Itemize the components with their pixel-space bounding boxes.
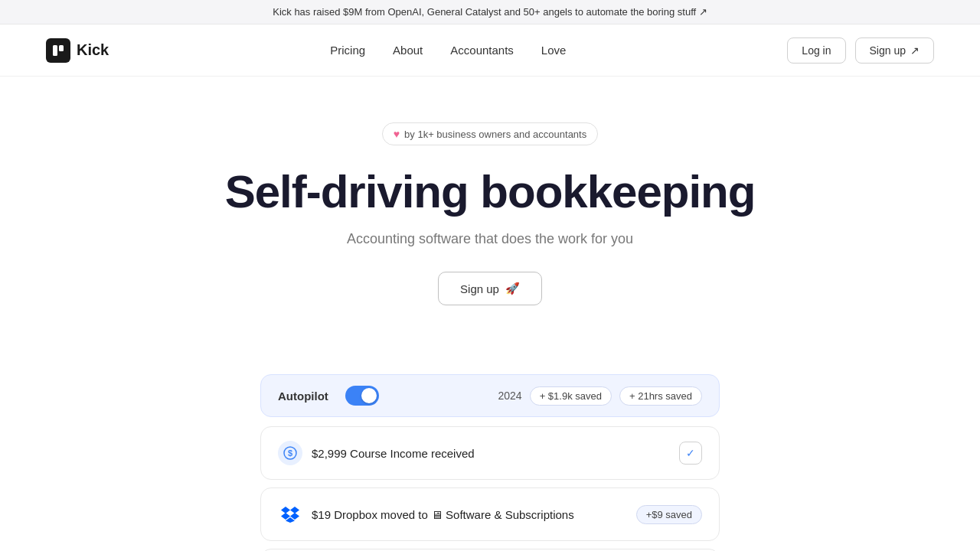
dashboard-preview: Autopilot 2024 + $1.9k saved + 21hrs sav… — [245, 374, 735, 551]
hero-title: Self-driving bookkeeping — [225, 167, 756, 217]
header-actions: Log in Sign up ↗ — [787, 37, 934, 64]
transaction-2-right: +$9 saved — [636, 505, 702, 524]
transaction-card-1: $ $2,999 Course Income received ✓ — [260, 426, 720, 480]
heart-icon: ♥ — [394, 128, 400, 140]
nav-love[interactable]: Love — [541, 44, 567, 57]
nav: Pricing About Accountants Love — [330, 44, 566, 57]
transaction-2-saved: +$9 saved — [636, 505, 702, 524]
logo-text: Kick — [77, 41, 109, 59]
checkmark-icon: ✓ — [686, 447, 695, 459]
transaction-1-right: ✓ — [679, 442, 702, 465]
transaction-1-icon: $ — [278, 441, 302, 465]
nav-accountants[interactable]: Accountants — [450, 44, 514, 57]
hero-section: ♥ by 1k+ business owners and accountants… — [0, 77, 980, 336]
transaction-1-checkmark[interactable]: ✓ — [679, 442, 702, 465]
announcement-bar: Kick has raised $9M from OpenAI, General… — [0, 0, 980, 24]
signup-header-button[interactable]: Sign up ↗ — [855, 37, 934, 64]
transaction-2-icon — [278, 502, 302, 527]
header: Kick Pricing About Accountants Love Log … — [0, 24, 980, 77]
transaction-2-left: $19 Dropbox moved to 🖥 Software & Subscr… — [278, 502, 574, 527]
announcement-arrow: ↗ — [699, 6, 707, 18]
nav-pricing[interactable]: Pricing — [330, 44, 365, 57]
svg-rect-1 — [59, 45, 64, 51]
autopilot-label: Autopilot — [278, 390, 328, 403]
autopilot-right: 2024 + $1.9k saved + 21hrs saved — [498, 386, 703, 406]
autopilot-savings-money: + $1.9k saved — [530, 386, 612, 406]
transaction-card-2: $19 Dropbox moved to 🖥 Software & Subscr… — [260, 487, 720, 541]
logo-icon — [46, 38, 70, 63]
hero-subtitle: Accounting software that does the work f… — [347, 231, 633, 247]
autopilot-year: 2024 — [498, 390, 522, 402]
transaction-2-desc: Dropbox moved to — [334, 508, 431, 521]
transaction-2-category-icon: 🖥 — [431, 508, 446, 521]
signup-hero-button[interactable]: Sign up 🚀 — [438, 272, 542, 305]
transaction-2-text: $19 Dropbox moved to 🖥 Software & Subscr… — [312, 508, 574, 521]
autopilot-bar: Autopilot 2024 + $1.9k saved + 21hrs sav… — [260, 374, 720, 417]
signup-header-icon: ↗ — [910, 44, 920, 57]
signup-hero-icon: 🚀 — [505, 282, 520, 295]
transaction-1-left: $ $2,999 Course Income received — [278, 441, 475, 465]
transaction-1-desc: Course Income received — [350, 447, 475, 460]
nav-about[interactable]: About — [393, 44, 423, 57]
transaction-1-text: $2,999 Course Income received — [312, 447, 475, 460]
svg-text:$: $ — [288, 448, 292, 458]
svg-rect-0 — [53, 45, 57, 56]
loved-badge-text: by 1k+ business owners and accountants — [404, 129, 586, 140]
autopilot-savings-time: + 21hrs saved — [619, 386, 702, 406]
signup-header-label: Sign up — [870, 44, 906, 57]
transaction-2-category: Software & Subscriptions — [446, 508, 574, 521]
signup-hero-label: Sign up — [460, 282, 499, 295]
login-button[interactable]: Log in — [787, 37, 845, 64]
loved-badge: ♥ by 1k+ business owners and accountants — [382, 122, 598, 145]
announcement-text: Kick has raised $9M from OpenAI, General… — [273, 6, 696, 18]
logo[interactable]: Kick — [46, 38, 109, 63]
autopilot-toggle[interactable] — [345, 386, 379, 406]
